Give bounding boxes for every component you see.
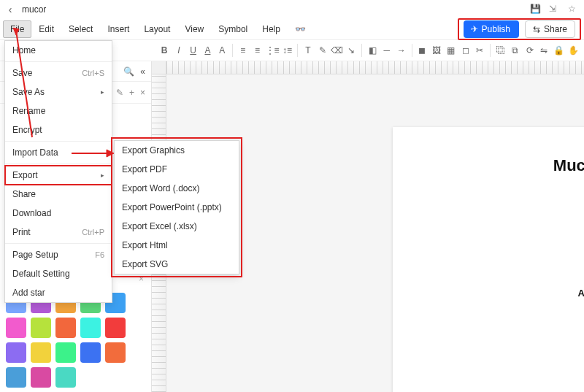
underline-icon[interactable]: U: [187, 42, 200, 59]
export-graphics[interactable]: Export Graphics: [115, 141, 239, 160]
title-actions: 💾 ⇲ ☆: [530, 4, 580, 15]
edit-tab-icon[interactable]: ✎: [116, 88, 123, 98]
publish-button[interactable]: ✈ Publish: [464, 20, 519, 38]
export-icon[interactable]: ⇲: [549, 4, 561, 15]
align-center-icon[interactable]: ≡: [251, 42, 264, 59]
search-icon[interactable]: 🔍: [123, 66, 134, 77]
hand-tool-icon[interactable]: ✋: [566, 42, 580, 59]
annotation-arrow-export: [72, 148, 115, 158]
export-powerpoint[interactable]: Export PowerPoint (.pptx): [115, 198, 239, 217]
menu-download[interactable]: Download: [5, 204, 112, 223]
arrow-style-icon[interactable]: →: [395, 42, 408, 59]
paper-plane-icon: ✈: [471, 24, 478, 34]
menu-symbol[interactable]: Symbol: [211, 20, 255, 38]
menu-print[interactable]: PrintCtrl+P: [5, 223, 112, 242]
star-icon[interactable]: ☆: [568, 4, 580, 15]
menu-default-setting[interactable]: Default Setting: [5, 264, 112, 283]
menu-glasses-icon[interactable]: 👓: [288, 20, 313, 38]
bold-icon[interactable]: B: [158, 42, 171, 59]
shapes-icon[interactable]: ◻: [459, 42, 472, 59]
eraser-icon[interactable]: ⌫: [331, 42, 344, 59]
menu-help[interactable]: Help: [255, 20, 288, 38]
share-button[interactable]: ⇆ Share: [525, 20, 575, 38]
caret-right-icon: ▸: [101, 88, 104, 96]
library-grid: [0, 288, 151, 392]
label-apophysis: Apophysis: [578, 288, 584, 299]
lib-item-icon[interactable]: [31, 342, 51, 363]
lib-item-icon[interactable]: [80, 342, 101, 363]
menu-add-star[interactable]: Add star: [5, 283, 112, 302]
collapse-icon[interactable]: «: [140, 66, 145, 77]
page[interactable]: Mucor Diagram Apophysis Septum: [393, 127, 584, 392]
lib-item-icon[interactable]: [55, 367, 76, 388]
line-style-icon[interactable]: ─: [380, 42, 393, 59]
lib-item-icon[interactable]: [31, 318, 51, 338]
italic-icon[interactable]: I: [172, 42, 185, 59]
lib-item-icon[interactable]: [105, 342, 126, 363]
fill-icon[interactable]: ◧: [366, 42, 379, 59]
lib-item-icon[interactable]: [105, 318, 126, 338]
export-word[interactable]: Export Word (.docx): [115, 179, 239, 198]
add-tab-icon[interactable]: +: [129, 88, 134, 98]
menu-share[interactable]: Share: [5, 185, 112, 204]
table-icon[interactable]: ▦: [445, 42, 458, 59]
menu-page-setup[interactable]: Page SetupF6: [5, 245, 112, 264]
line-spacing-icon[interactable]: ↕≡: [281, 42, 294, 59]
lib-item-icon[interactable]: [31, 367, 51, 388]
text-tool-icon[interactable]: T: [301, 42, 315, 59]
highlight-icon[interactable]: A: [215, 42, 228, 59]
pen-tool-icon[interactable]: ✎: [316, 42, 329, 59]
export-pdf[interactable]: Export PDF: [115, 160, 239, 179]
close-tab-icon[interactable]: ×: [140, 88, 145, 98]
bullets-icon[interactable]: ⋮≡: [266, 42, 280, 59]
image-icon[interactable]: 🖼: [430, 42, 443, 59]
crop-icon[interactable]: ✂: [474, 42, 487, 59]
lib-item-icon[interactable]: [6, 318, 26, 338]
shadow-icon[interactable]: ◼: [415, 42, 429, 59]
flip-icon[interactable]: ⇋: [538, 42, 551, 59]
annotation-arrow-file: [10, 28, 39, 145]
save-icon[interactable]: 💾: [530, 4, 542, 15]
ruler-horizontal: [166, 61, 584, 74]
menu-select[interactable]: Select: [61, 20, 100, 38]
arrange-icon[interactable]: ⧉: [509, 42, 522, 59]
lib-item-icon[interactable]: [80, 318, 101, 338]
lib-item-icon[interactable]: [6, 367, 26, 388]
publish-label: Publish: [482, 24, 510, 34]
group-icon[interactable]: ⿻: [494, 42, 507, 59]
svg-line-0: [16, 31, 32, 137]
ruler-corner: [152, 61, 166, 74]
publish-share-group: ✈ Publish ⇆ Share: [458, 18, 581, 40]
share-icon: ⇆: [533, 24, 540, 34]
caret-right-icon: ▸: [101, 172, 104, 179]
lib-item-icon[interactable]: [55, 342, 76, 363]
close-icon[interactable]: ×: [139, 274, 144, 284]
font-color-icon[interactable]: A: [201, 42, 215, 59]
menubar: File Edit Select Insert Layout View Symb…: [0, 19, 584, 39]
export-svg[interactable]: Export SVG: [115, 255, 239, 274]
export-submenu: Export Graphics Export PDF Export Word (…: [114, 140, 239, 274]
share-label: Share: [544, 24, 567, 34]
document-title: mucor: [22, 4, 46, 15]
connector-icon[interactable]: ↘: [345, 42, 358, 59]
menu-layout[interactable]: Layout: [137, 20, 177, 38]
svg-marker-3: [107, 150, 114, 157]
export-html[interactable]: Export Html: [115, 236, 239, 255]
menu-view[interactable]: View: [177, 20, 211, 38]
export-excel[interactable]: Export Excel (.xlsx): [115, 217, 239, 236]
menu-export[interactable]: Export▸: [5, 166, 112, 185]
diagram-title: Mucor Diagram: [393, 156, 584, 175]
menu-insert[interactable]: Insert: [100, 20, 137, 38]
svg-marker-1: [13, 28, 19, 35]
align-left-icon[interactable]: ≡: [237, 42, 250, 59]
lib-item-icon[interactable]: [6, 342, 26, 363]
lock-icon[interactable]: 🔒: [552, 42, 565, 59]
lib-item-icon[interactable]: [55, 318, 76, 338]
rotate-icon[interactable]: ⟳: [523, 42, 537, 59]
back-button[interactable]: ‹: [4, 4, 16, 15]
